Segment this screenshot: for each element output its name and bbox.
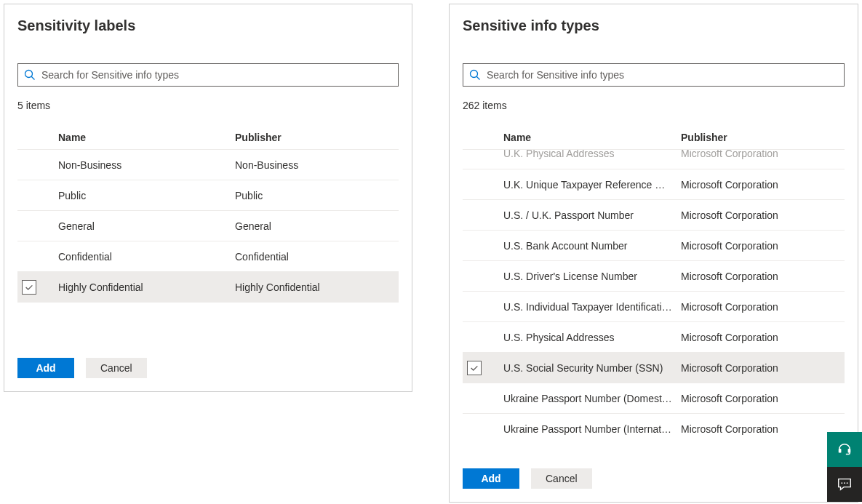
info-types-table: Name Publisher U.K. Physical Addresses M…: [463, 126, 845, 441]
column-header-name[interactable]: Name: [58, 132, 235, 143]
check-icon: [469, 363, 479, 373]
add-button[interactable]: Add: [17, 358, 74, 378]
cell-name: U.S. Social Security Number (SSN): [503, 362, 681, 374]
panel-title: Sensitive info types: [450, 17, 858, 34]
svg-line-1: [31, 76, 34, 79]
checkbox[interactable]: [22, 280, 36, 295]
table-row[interactable]: U.S. Bank Account NumberMicrosoft Corpor…: [463, 231, 845, 261]
search-input[interactable]: [487, 69, 838, 81]
checkbox[interactable]: [467, 361, 482, 375]
svg-point-7: [844, 482, 845, 484]
labels-table: Name Publisher Non-BusinessNon-BusinessP…: [17, 126, 399, 303]
search-box[interactable]: [17, 63, 399, 87]
table-row[interactable]: U.K. Unique Taxpayer Reference NumberMic…: [463, 169, 845, 200]
search-icon: [469, 69, 481, 81]
sensitivity-labels-panel: Sensitivity labels 5 items Name Publishe…: [4, 4, 412, 392]
floating-actions: [827, 432, 862, 502]
svg-rect-5: [848, 449, 851, 453]
cell-publisher: Confidential: [235, 251, 399, 263]
search-input[interactable]: [41, 69, 392, 81]
table-row[interactable]: Highly ConfidentialHighly Confidential: [17, 272, 399, 303]
cell-publisher: Microsoft Corporation: [681, 362, 845, 374]
cell-name: U.S. Bank Account Number: [503, 240, 681, 252]
cell-name: Public: [58, 190, 235, 201]
table-row[interactable]: U.S. Individual Taxpayer Identification …: [463, 292, 845, 322]
table-row[interactable]: U.K. Physical Addresses Microsoft Corpor…: [463, 150, 845, 169]
column-header-name[interactable]: Name: [503, 132, 681, 143]
check-icon: [24, 282, 34, 292]
cell-publisher: Microsoft Corporation: [681, 271, 845, 282]
help-button[interactable]: [827, 432, 862, 467]
item-count: 262 items: [450, 100, 858, 111]
sensitive-info-types-panel: Sensitive info types 262 items Name Publ…: [449, 4, 858, 503]
svg-point-2: [471, 71, 478, 78]
cancel-button[interactable]: Cancel: [531, 468, 592, 489]
table-row[interactable]: U.S. Social Security Number (SSN)Microso…: [463, 353, 845, 383]
column-header-publisher[interactable]: Publisher: [681, 132, 845, 143]
feedback-button[interactable]: [827, 467, 862, 502]
cell-publisher: Microsoft Corporation: [681, 150, 845, 159]
svg-point-8: [847, 482, 848, 484]
svg-point-0: [25, 71, 33, 78]
table-row[interactable]: Ukraine Passport Number (International)M…: [463, 414, 845, 441]
cell-name: U.S. Physical Addresses: [503, 332, 681, 343]
table-row[interactable]: U.S. / U.K. Passport NumberMicrosoft Cor…: [463, 200, 845, 231]
table-row[interactable]: GeneralGeneral: [17, 211, 399, 241]
cancel-button[interactable]: Cancel: [86, 358, 147, 378]
svg-rect-4: [839, 449, 842, 453]
cell-publisher: Microsoft Corporation: [681, 332, 845, 343]
cell-publisher: General: [235, 220, 399, 232]
cell-name: Highly Confidential: [58, 281, 235, 293]
table-row[interactable]: PublicPublic: [17, 180, 399, 211]
cell-name: Non-Business: [58, 159, 235, 171]
table-row[interactable]: U.S. Physical AddressesMicrosoft Corpora…: [463, 322, 845, 353]
panel-title: Sensitivity labels: [4, 17, 412, 34]
table-row[interactable]: U.S. Driver's License NumberMicrosoft Co…: [463, 261, 845, 292]
cell-name: Ukraine Passport Number (Domestic): [503, 393, 681, 404]
cell-name: U.S. Driver's License Number: [503, 271, 681, 282]
cell-publisher: Microsoft Corporation: [681, 240, 845, 252]
cell-name: Confidential: [58, 251, 235, 263]
search-icon: [24, 69, 36, 81]
cell-name: General: [58, 220, 235, 232]
table-row[interactable]: Ukraine Passport Number (Domestic)Micros…: [463, 383, 845, 414]
cell-publisher: Microsoft Corporation: [681, 301, 845, 313]
cell-publisher: Microsoft Corporation: [681, 393, 845, 404]
chat-icon: [837, 476, 853, 492]
cell-name: U.K. Unique Taxpayer Reference Number: [503, 179, 681, 191]
cell-publisher: Non-Business: [235, 159, 399, 171]
add-button[interactable]: Add: [463, 468, 519, 489]
cell-name: U.S. Individual Taxpayer Identification …: [503, 301, 681, 313]
cell-publisher: Public: [235, 190, 399, 201]
cell-publisher: Highly Confidential: [235, 281, 399, 293]
table-header: Name Publisher: [463, 126, 845, 150]
column-header-publisher[interactable]: Publisher: [235, 132, 399, 143]
svg-line-3: [476, 76, 479, 79]
svg-point-6: [841, 482, 842, 484]
cell-publisher: Microsoft Corporation: [681, 209, 845, 221]
cell-publisher: Microsoft Corporation: [681, 179, 845, 191]
table-row[interactable]: Non-BusinessNon-Business: [17, 150, 399, 180]
item-count: 5 items: [4, 100, 412, 111]
search-box[interactable]: [463, 63, 845, 87]
table-header: Name Publisher: [17, 126, 399, 150]
cell-name: Ukraine Passport Number (International): [503, 423, 681, 435]
cell-name: U.K. Physical Addresses: [503, 150, 681, 159]
table-row[interactable]: ConfidentialConfidential: [17, 241, 399, 272]
cell-name: U.S. / U.K. Passport Number: [503, 209, 681, 221]
cell-publisher: Microsoft Corporation: [681, 423, 845, 435]
headset-icon: [837, 441, 853, 457]
